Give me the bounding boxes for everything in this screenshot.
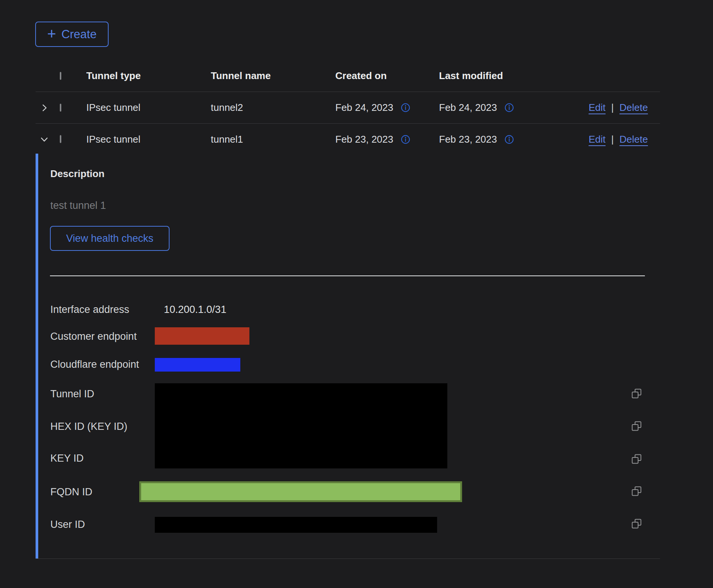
- hex-id-label: HEX ID (KEY ID): [50, 421, 128, 432]
- description-label: Description: [50, 168, 104, 180]
- table-header-row: Tunnel type Tunnel name Created on Last …: [36, 60, 660, 92]
- created-on-cell: Feb 23, 2023: [335, 134, 439, 145]
- view-health-checks-button[interactable]: View health checks: [50, 226, 170, 251]
- info-icon[interactable]: [401, 135, 410, 144]
- tunnel-id-label: Tunnel ID: [50, 388, 94, 400]
- chevron-right-icon: [39, 103, 49, 113]
- chevron-down-icon: [39, 134, 49, 144]
- copy-tunnel-id-icon[interactable]: [632, 389, 641, 398]
- interface-address-value: 10.200.1.0/31: [164, 304, 226, 316]
- info-icon[interactable]: [504, 103, 514, 112]
- copy-key-id-icon[interactable]: [632, 454, 641, 464]
- last-modified-value: Feb 24, 2023: [439, 102, 497, 114]
- edit-link[interactable]: Edit: [588, 134, 606, 145]
- action-separator: |: [611, 134, 614, 145]
- tunnels-table: Tunnel type Tunnel name Created on Last …: [36, 60, 660, 155]
- table-row: IPsec tunnel tunnel2 Feb 24, 2023 Feb 24…: [36, 92, 660, 124]
- created-on-value: Feb 24, 2023: [335, 102, 393, 114]
- column-header-created-on: Created on: [335, 70, 439, 82]
- key-id-label: KEY ID: [50, 453, 84, 464]
- last-modified-cell: Feb 24, 2023: [439, 102, 574, 114]
- create-button-label: Create: [61, 28, 97, 41]
- row-checkbox[interactable]: [60, 104, 61, 112]
- row-actions: Edit | Delete: [574, 102, 660, 114]
- create-button[interactable]: + Create: [35, 22, 109, 47]
- user-id-redacted-value: [155, 517, 437, 533]
- copy-fqdn-id-icon[interactable]: [632, 486, 641, 496]
- customer-endpoint-label: Customer endpoint: [50, 331, 137, 342]
- expand-row-button[interactable]: [36, 103, 60, 113]
- created-on-cell: Feb 24, 2023: [335, 102, 439, 114]
- collapse-row-button[interactable]: [36, 134, 60, 144]
- info-icon[interactable]: [401, 103, 410, 112]
- fqdn-id-redacted-value: [139, 481, 462, 502]
- info-icon[interactable]: [504, 135, 514, 144]
- tunnel-type-cell: IPsec tunnel: [86, 102, 211, 114]
- interface-address-label: Interface address: [50, 304, 129, 316]
- customer-endpoint-redacted-value: [155, 327, 249, 345]
- ids-redacted-value-block: [155, 383, 447, 468]
- created-on-value: Feb 23, 2023: [335, 134, 393, 145]
- panel-divider: [50, 275, 645, 276]
- tunnels-page: + Create Tunnel type Tunnel name Created…: [0, 0, 713, 588]
- header-checkbox-cell: [60, 73, 86, 79]
- select-all-checkbox[interactable]: [60, 72, 61, 80]
- column-header-last-modified: Last modified: [439, 70, 574, 82]
- user-id-label: User ID: [50, 519, 85, 530]
- last-modified-cell: Feb 23, 2023: [439, 134, 574, 145]
- column-header-tunnel-type: Tunnel type: [86, 70, 211, 82]
- tunnel-details-panel: Description test tunnel 1 View health ch…: [36, 154, 660, 559]
- cloudflare-endpoint-redacted-value: [155, 358, 240, 372]
- tunnel-name-cell: tunnel1: [211, 134, 335, 145]
- delete-link[interactable]: Delete: [620, 102, 648, 114]
- description-value: test tunnel 1: [50, 200, 106, 212]
- edit-link[interactable]: Edit: [588, 102, 606, 114]
- row-checkbox-cell: [60, 104, 86, 111]
- copy-user-id-icon[interactable]: [632, 519, 641, 529]
- expanded-indicator-bar: [36, 154, 38, 558]
- cloudflare-endpoint-label: Cloudflare endpoint: [50, 359, 139, 370]
- delete-link[interactable]: Delete: [620, 134, 648, 145]
- tunnel-type-cell: IPsec tunnel: [86, 134, 211, 145]
- fqdn-id-label: FQDN ID: [50, 486, 92, 498]
- row-checkbox-cell: [60, 136, 86, 143]
- column-header-tunnel-name: Tunnel name: [211, 70, 335, 82]
- row-actions: Edit | Delete: [574, 134, 660, 145]
- copy-hex-id-icon[interactable]: [632, 421, 641, 431]
- row-checkbox[interactable]: [60, 135, 61, 143]
- tunnel-name-cell: tunnel2: [211, 102, 335, 114]
- action-separator: |: [611, 102, 614, 114]
- last-modified-value: Feb 23, 2023: [439, 134, 497, 145]
- table-row-expanded: IPsec tunnel tunnel1 Feb 23, 2023 Feb 23…: [36, 124, 660, 155]
